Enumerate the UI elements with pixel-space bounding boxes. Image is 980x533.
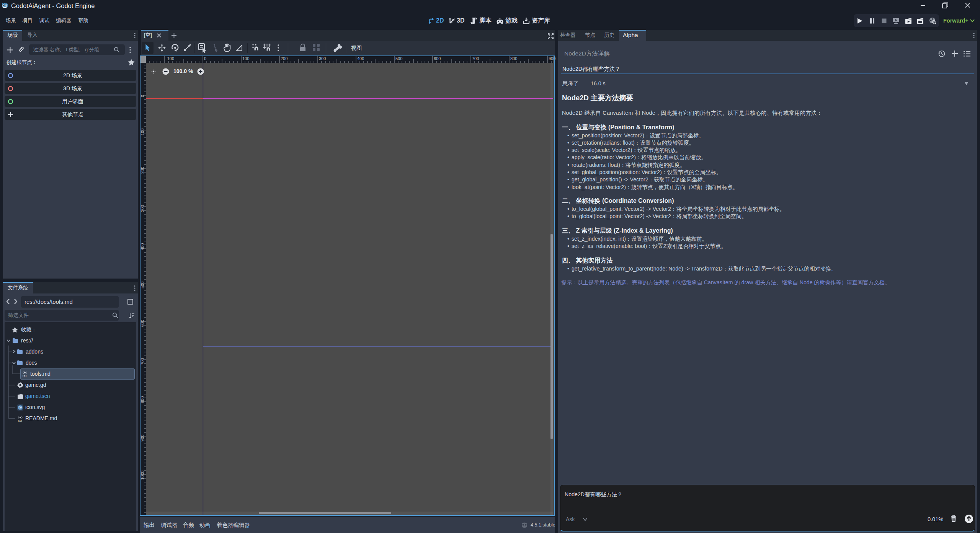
svg-text:-100: -100 (166, 56, 174, 61)
svg-text:1000: 1000 (140, 471, 145, 480)
svg-text:300: 300 (140, 205, 145, 212)
svg-text:600: 600 (140, 320, 145, 327)
svg-text:100: 100 (140, 129, 145, 135)
svg-text:400: 400 (357, 56, 364, 61)
svg-text:600: 600 (434, 56, 441, 61)
svg-text:400: 400 (140, 243, 145, 250)
svg-text:700: 700 (472, 56, 479, 61)
svg-text:500: 500 (395, 56, 402, 61)
svg-text:900: 900 (549, 56, 555, 61)
svg-text:100: 100 (242, 56, 249, 61)
svg-text:200: 200 (281, 56, 287, 61)
svg-text:0: 0 (204, 56, 206, 61)
svg-text:700: 700 (140, 358, 145, 365)
svg-text:500: 500 (140, 282, 145, 289)
svg-text:300: 300 (319, 56, 326, 61)
svg-text:200: 200 (140, 167, 145, 174)
svg-text:900: 900 (140, 435, 145, 442)
svg-text:800: 800 (510, 56, 517, 61)
svg-text:800: 800 (140, 396, 145, 403)
svg-text:0: 0 (140, 95, 145, 97)
